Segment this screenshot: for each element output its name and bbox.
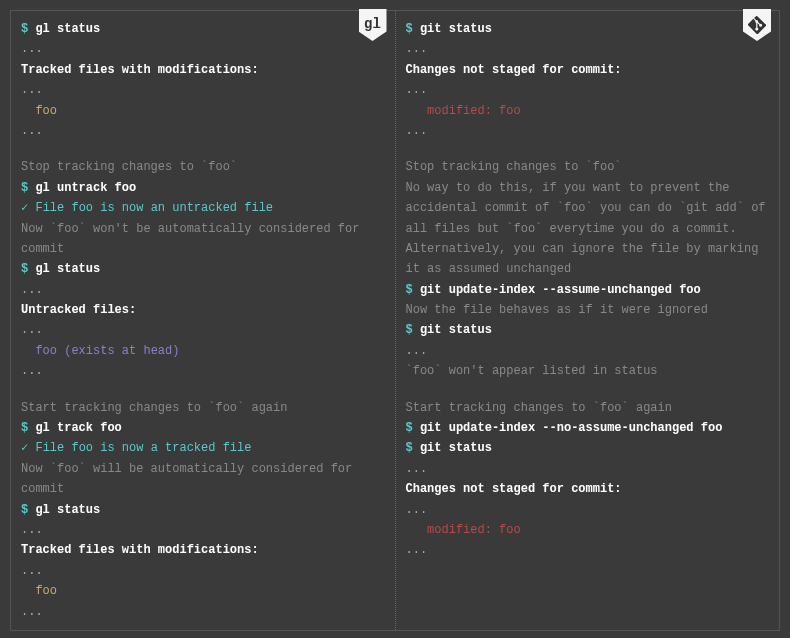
file-entry: modified: foo [406, 520, 770, 540]
comparison-container: gl $ gl status ... Tracked files with mo… [10, 10, 780, 631]
success-text: File foo is now an untracked file [28, 201, 273, 215]
file-entry: foo [21, 581, 385, 601]
file-entry: modified: foo [406, 101, 770, 121]
terminal-line: ... [21, 80, 385, 100]
terminal-line: $ gl track foo [21, 418, 385, 438]
success-line: ✓ File foo is now an untracked file [21, 198, 385, 218]
prompt-symbol: $ [406, 283, 420, 297]
terminal-line: ... [21, 602, 385, 622]
section-heading: Tracked files with modifications: [21, 540, 385, 560]
note-line: Now `foo` will be automatically consider… [21, 459, 385, 500]
comment-line: Stop tracking changes to `foo` [406, 157, 770, 177]
terminal-line: $ gl untrack foo [21, 178, 385, 198]
terminal-line: ... [21, 280, 385, 300]
terminal-line: ... [21, 520, 385, 540]
comment-line: Stop tracking changes to `foo` [21, 157, 385, 177]
terminal-line: $ git status [406, 438, 770, 458]
prompt-symbol: $ [21, 421, 35, 435]
command-text: git update-index --no-assume-unchanged f… [420, 421, 722, 435]
prompt-symbol: $ [406, 441, 420, 455]
terminal-line: ... [406, 459, 770, 479]
command-text: gl untrack foo [35, 181, 136, 195]
prompt-symbol: $ [21, 262, 35, 276]
command-text: git status [420, 22, 492, 36]
prompt-symbol: $ [406, 323, 420, 337]
prompt-symbol: $ [21, 181, 35, 195]
terminal-line: $ git status [406, 19, 770, 39]
terminal-line: ... [21, 121, 385, 141]
command-text: gl status [35, 262, 100, 276]
command-text: git status [420, 323, 492, 337]
terminal-line: $ gl status [21, 500, 385, 520]
gl-badge-text: gl [364, 13, 381, 37]
git-column: $ git status ... Changes not staged for … [396, 11, 780, 630]
prompt-symbol: $ [21, 503, 35, 517]
terminal-line: $ git update-index --no-assume-unchanged… [406, 418, 770, 438]
terminal-line: ... [21, 39, 385, 59]
note-line: `foo` won't appear listed in status [406, 361, 770, 381]
terminal-line: ... [406, 80, 770, 100]
command-text: git update-index --assume-unchanged foo [420, 283, 701, 297]
terminal-line: $ git status [406, 320, 770, 340]
comment-line: Start tracking changes to `foo` again [21, 398, 385, 418]
note-line: Now `foo` won't be automatically conside… [21, 219, 385, 260]
prompt-symbol: $ [406, 22, 420, 36]
success-text: File foo is now a tracked file [28, 441, 251, 455]
command-text: gl status [35, 22, 100, 36]
terminal-line: $ git update-index --assume-unchanged fo… [406, 280, 770, 300]
file-entry: foo (exists at head) [21, 341, 385, 361]
section-heading: Untracked files: [21, 300, 385, 320]
success-line: ✓ File foo is now a tracked file [21, 438, 385, 458]
section-heading: Tracked files with modifications: [21, 60, 385, 80]
terminal-line: ... [21, 320, 385, 340]
terminal-line: $ gl status [21, 19, 385, 39]
section-heading: Changes not staged for commit: [406, 60, 770, 80]
gl-column: gl $ gl status ... Tracked files with mo… [11, 11, 396, 630]
terminal-line: ... [406, 341, 770, 361]
terminal-line: ... [406, 500, 770, 520]
terminal-line: ... [21, 561, 385, 581]
note-line: Now the file behaves as if it were ignor… [406, 300, 770, 320]
comment-line: Start tracking changes to `foo` again [406, 398, 770, 418]
prompt-symbol: $ [406, 421, 420, 435]
git-icon [748, 16, 766, 34]
terminal-line: ... [21, 361, 385, 381]
terminal-line: ... [406, 39, 770, 59]
command-text: gl track foo [35, 421, 121, 435]
terminal-line: $ gl status [21, 259, 385, 279]
file-entry: foo [21, 101, 385, 121]
command-text: gl status [35, 503, 100, 517]
command-text: git status [420, 441, 492, 455]
terminal-line: ... [406, 540, 770, 560]
section-heading: Changes not staged for commit: [406, 479, 770, 499]
note-line: No way to do this, if you want to preven… [406, 178, 770, 280]
terminal-line: ... [406, 121, 770, 141]
prompt-symbol: $ [21, 22, 35, 36]
